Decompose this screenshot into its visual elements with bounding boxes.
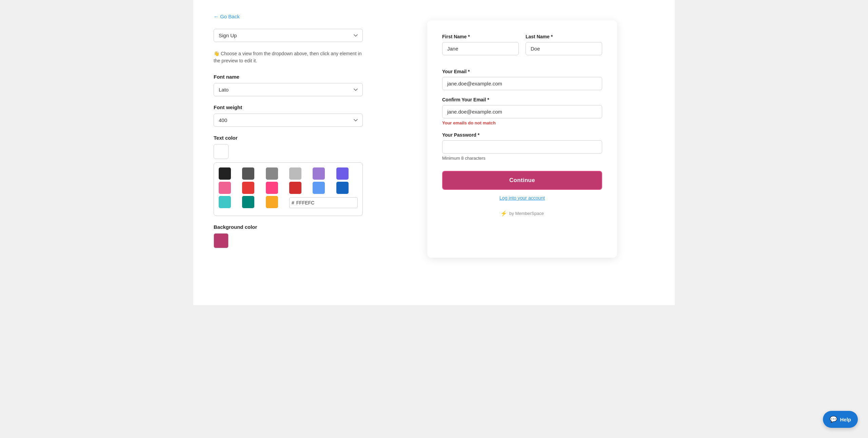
confirm-email-group: Confirm Your Email * Your emails do not … xyxy=(442,97,602,125)
color-swatch-red[interactable] xyxy=(242,182,254,194)
help-button-label: Help xyxy=(840,417,851,422)
color-swatch-darkred[interactable] xyxy=(289,182,301,194)
ms-logo: ⚡ xyxy=(500,210,507,217)
page-wrapper: ← Go Back Sign Up Log In Profile Forgot … xyxy=(193,0,675,305)
email-group: Your Email * xyxy=(442,69,602,90)
last-name-label: Last Name * xyxy=(526,34,602,39)
confirm-email-input[interactable] xyxy=(442,105,602,118)
color-palette: # xyxy=(214,162,363,216)
font-name-label: Font name xyxy=(214,74,363,80)
password-label: Your Password * xyxy=(442,132,602,138)
font-name-section: Font name Lato Arial Roboto Open Sans Mo… xyxy=(214,74,363,96)
continue-button[interactable]: Continue xyxy=(442,171,602,190)
color-swatch-pink[interactable] xyxy=(219,182,231,194)
help-chat-icon: 💬 xyxy=(830,416,837,423)
login-link[interactable]: Log into your account xyxy=(442,195,602,201)
email-label: Your Email * xyxy=(442,69,602,74)
go-back-link[interactable]: ← Go Back xyxy=(214,14,240,19)
hint-text: 👋 Choose a view from the dropdown above,… xyxy=(214,50,363,64)
password-input[interactable] xyxy=(442,140,602,154)
email-input[interactable] xyxy=(442,77,602,90)
text-color-label: Text color xyxy=(214,135,363,141)
color-swatch-darkteal[interactable] xyxy=(242,196,254,208)
background-color-label: Background color xyxy=(214,224,363,230)
font-name-dropdown[interactable]: Lato Arial Roboto Open Sans Montserrat xyxy=(214,83,363,96)
color-grid: # xyxy=(219,167,358,208)
hex-symbol: # xyxy=(292,200,294,205)
color-swatch-yellow[interactable] xyxy=(266,196,278,208)
text-color-swatch[interactable] xyxy=(214,144,229,159)
confirm-email-label: Confirm Your Email * xyxy=(442,97,602,102)
font-weight-label: Font weight xyxy=(214,104,363,110)
color-swatch-teal[interactable] xyxy=(219,196,231,208)
hex-input[interactable] xyxy=(296,200,323,205)
color-swatch-darkgray[interactable] xyxy=(242,167,254,180)
color-swatch-darkblue[interactable] xyxy=(336,182,349,194)
help-button[interactable]: 💬 Help xyxy=(823,411,858,428)
color-swatch-hotpink[interactable] xyxy=(266,182,278,194)
first-name-label: First Name * xyxy=(442,34,519,39)
first-name-group: First Name * xyxy=(442,34,519,55)
font-weight-dropdown[interactable]: 100 200 300 400 500 600 700 800 900 xyxy=(214,114,363,127)
first-name-input[interactable] xyxy=(442,42,519,55)
memberspace-footer: ⚡ by MemberSpace xyxy=(442,210,602,217)
last-name-input[interactable] xyxy=(526,42,602,55)
signup-card: First Name * Last Name * Your Email * Co… xyxy=(427,20,617,258)
right-panel: First Name * Last Name * Your Email * Co… xyxy=(390,14,654,292)
color-swatch-gray[interactable] xyxy=(266,167,278,180)
color-swatch-purple[interactable] xyxy=(336,167,349,180)
view-dropdown[interactable]: Sign Up Log In Profile Forgot Password xyxy=(214,29,363,42)
background-color-section: Background color xyxy=(214,224,363,248)
background-color-swatch[interactable] xyxy=(214,233,229,248)
view-dropdown-container: Sign Up Log In Profile Forgot Password xyxy=(214,29,363,42)
color-swatch-lightgray[interactable] xyxy=(289,167,301,180)
text-color-section: Text color xyxy=(214,135,363,216)
password-hint: Minimum 8 characters xyxy=(442,156,602,161)
email-error: Your emails do not match xyxy=(442,120,602,125)
color-swatch-blue[interactable] xyxy=(313,182,325,194)
password-group: Your Password * Minimum 8 characters xyxy=(442,132,602,161)
memberspace-label: by MemberSpace xyxy=(509,211,544,216)
color-swatch-black[interactable] xyxy=(219,167,231,180)
font-weight-section: Font weight 100 200 300 400 500 600 700 … xyxy=(214,104,363,127)
last-name-group: Last Name * xyxy=(526,34,602,55)
name-row: First Name * Last Name * xyxy=(442,34,602,62)
left-panel: ← Go Back Sign Up Log In Profile Forgot … xyxy=(214,14,363,292)
color-swatch-lavender[interactable] xyxy=(313,167,325,180)
